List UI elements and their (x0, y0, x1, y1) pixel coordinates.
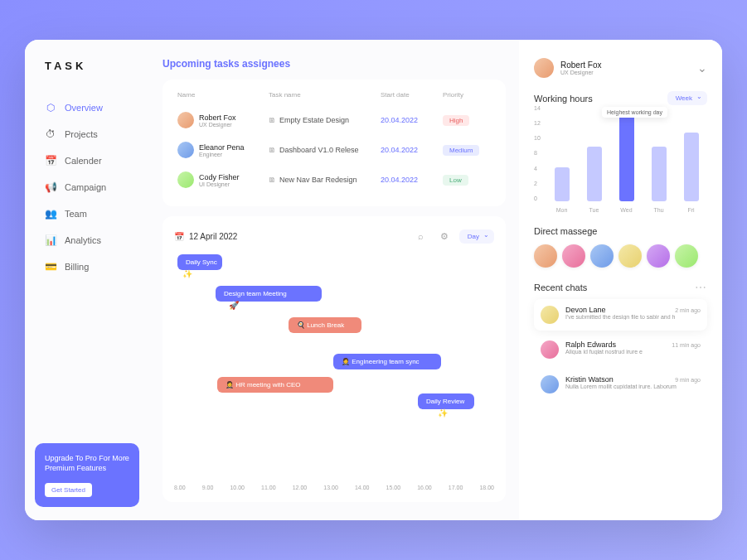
th-priority: Priority (443, 91, 492, 99)
calendar-icon: 📅 (174, 232, 184, 241)
tasks-title: Upcoming tasks assignees (162, 58, 506, 70)
bar-wrap: Thu (648, 147, 671, 201)
upgrade-card: Upgrade To Pro For More Premium Features… (35, 443, 139, 507)
chart-section: Working hours Week 1412108420 Heighest w… (534, 91, 707, 213)
avatar (177, 142, 194, 158)
bar[interactable] (555, 167, 570, 201)
bar[interactable] (652, 147, 667, 201)
th-task: Task name (269, 91, 381, 99)
dm-avatar[interactable] (618, 244, 642, 268)
timeline-event[interactable]: Daily Review (418, 393, 474, 409)
timeline-axis: 8.009.0010.0011.0012.0013.0014.0015.0016… (174, 485, 494, 490)
chart-range-select[interactable]: Week (667, 91, 707, 105)
right-panel: Robert Fox UX Designer ⌄ Working hours W… (519, 40, 722, 520)
timeline-date: 📅 12 April 2022 (174, 232, 406, 241)
table-body: Robert FoxUX Designer🗎Empty Estate Desig… (174, 105, 494, 195)
nav-projects[interactable]: ⏱Projects (35, 122, 139, 147)
nav: ⬡Overview⏱Projects📅Calender📢Campaign👥Tea… (25, 95, 149, 279)
event-emoji: 🚀 (229, 301, 239, 310)
dm-avatar[interactable] (675, 244, 698, 268)
chat-list: Devon Lane2 min agoI've submitted the de… (534, 299, 707, 400)
chats-header: Recent chats ⋯ (534, 281, 707, 294)
nav-icon: 💳 (45, 261, 56, 273)
avatar (541, 375, 559, 393)
file-icon: 🗎 (269, 176, 276, 184)
app-shell: TASK ⬡Overview⏱Projects📅Calender📢Campaig… (25, 40, 722, 520)
nav-icon: 👥 (45, 208, 56, 220)
chat-item[interactable]: Kristin Watson9 min agoNulla Lorem molli… (534, 369, 707, 400)
avatar (177, 171, 194, 188)
timeline-event[interactable]: Design team Meeting (216, 286, 322, 302)
bars: Heighest working day MonTueWedThuFri (546, 105, 707, 213)
bar[interactable] (587, 147, 602, 201)
dm-avatars (534, 244, 707, 268)
avatar (534, 58, 554, 78)
dm-avatar[interactable] (562, 244, 585, 268)
dm-avatar[interactable] (590, 244, 614, 268)
chart-title: Working hours (534, 94, 593, 104)
logo: TASK (25, 60, 149, 72)
tasks-card: Name Task name Start date Priority Rober… (162, 80, 506, 206)
file-icon: 🗎 (269, 146, 276, 154)
timeline-event[interactable]: 🍳 Lunch Break (289, 317, 361, 333)
priority-badge: Medium (443, 145, 479, 156)
nav-icon: 📊 (45, 234, 56, 246)
bar-wrap: Fri (680, 133, 703, 201)
nav-team[interactable]: 👥Team (35, 201, 139, 226)
table-row[interactable]: Cody FisherUI Designer🗎New Nav Bar Redes… (174, 165, 494, 195)
timeline: 8.009.0010.0011.0012.0013.0014.0015.0016… (174, 254, 494, 490)
avatar (177, 112, 194, 128)
avatar (541, 340, 559, 359)
search-icon[interactable]: ⌕ (413, 228, 429, 244)
priority-badge: Low (443, 175, 468, 186)
profile-role: UX Designer (560, 70, 601, 75)
bar[interactable] (619, 112, 634, 201)
bar-wrap: Tue (583, 147, 606, 201)
bar-wrap: Mon (551, 167, 574, 201)
table-row[interactable]: Robert FoxUX Designer🗎Empty Estate Desig… (174, 105, 494, 135)
sidebar: TASK ⬡Overview⏱Projects📅Calender📢Campaig… (25, 40, 149, 520)
main: Upcoming tasks assignees Name Task name … (149, 40, 519, 520)
chevron-down-icon[interactable]: ⌄ (697, 61, 707, 75)
timeline-event[interactable]: 🤵 HR meeting with CEO (217, 377, 333, 393)
dm-avatar[interactable] (647, 244, 670, 268)
table-row[interactable]: Eleanor PenaEngineer🗎Dashboard V1.0 Rele… (174, 135, 494, 165)
bar-wrap: Wed (615, 112, 638, 201)
nav-billing[interactable]: 💳Billing (35, 254, 139, 279)
event-emoji: ✨ (182, 269, 192, 278)
timeline-header: 📅 12 April 2022 ⌕ ⚙ Day (174, 228, 494, 244)
chats-section: Recent chats ⋯ Devon Lane2 min agoI've s… (534, 281, 707, 400)
nav-campaign[interactable]: 📢Campaign (35, 175, 139, 200)
view-select[interactable]: Day (459, 229, 494, 244)
dm-section: Direct massege (534, 226, 707, 268)
tasks-section: Upcoming tasks assignees Name Task name … (162, 58, 506, 206)
timeline-card: 📅 12 April 2022 ⌕ ⚙ Day 8.009.0010.0011.… (162, 216, 506, 502)
nav-icon: 📢 (45, 181, 56, 193)
chats-title: Recent chats (534, 282, 587, 292)
chat-item[interactable]: Ralph Edwards11 min agoAliqua id fugiat … (534, 334, 707, 365)
nav-overview[interactable]: ⬡Overview (35, 95, 139, 120)
settings-icon[interactable]: ⚙ (436, 228, 453, 244)
nav-analytics[interactable]: 📊Analytics (35, 228, 139, 253)
event-emoji: ✨ (438, 408, 448, 418)
nav-calender[interactable]: 📅Calender (35, 148, 139, 173)
chart-header: Working hours Week (534, 91, 707, 105)
bar[interactable] (684, 133, 699, 201)
nav-icon: ⏱ (45, 128, 56, 140)
avatar (541, 306, 559, 324)
nav-icon: ⬡ (45, 102, 56, 113)
timeline-event[interactable]: Daily Sync (177, 254, 222, 270)
chart: 1412108420 Heighest working day MonTueWe… (534, 105, 707, 213)
dm-title: Direct massege (534, 226, 707, 236)
upgrade-button[interactable]: Get Started (45, 483, 92, 497)
upgrade-text: Upgrade To Pro For More Premium Features (45, 453, 129, 474)
th-name: Name (177, 91, 269, 99)
dm-avatar[interactable] (534, 244, 557, 268)
profile[interactable]: Robert Fox UX Designer ⌄ (534, 58, 707, 78)
more-icon[interactable]: ⋯ (695, 281, 707, 294)
chat-item[interactable]: Devon Lane2 min agoI've submitted the de… (534, 299, 707, 331)
profile-name: Robert Fox (560, 60, 601, 70)
file-icon: 🗎 (269, 116, 276, 124)
timeline-event[interactable]: 🤵 Engineering team sync (333, 354, 441, 369)
table-header: Name Task name Start date Priority (174, 91, 494, 105)
